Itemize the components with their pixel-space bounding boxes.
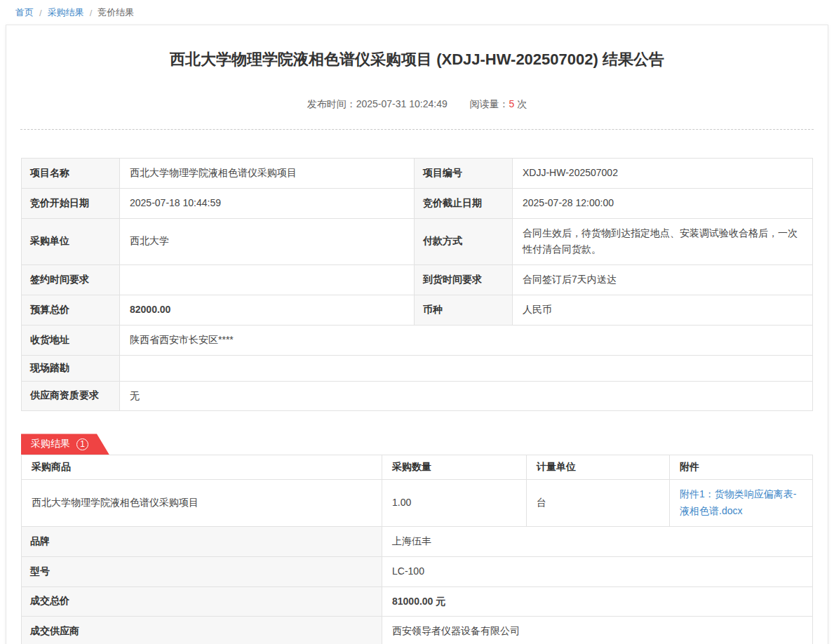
purchase-result-tab-bar: 采购结果 1 <box>21 434 813 455</box>
product-unit: 台 <box>527 480 670 527</box>
field-label: 现场踏勘 <box>22 355 120 381</box>
table-row: 型号 LC-100 <box>22 556 813 586</box>
table-row: 签约时间要求 到货时间要求 合同签订后7天内送达 <box>22 265 813 295</box>
final-price-value: 81000.00 元 <box>382 586 813 617</box>
publish-time: 发布时间：2025-07-31 10:24:49 <box>307 98 448 109</box>
field-value: 合同签订后7天内送达 <box>513 265 813 295</box>
field-value: 2025-07-18 10:44:59 <box>120 188 415 218</box>
field-label: 收货地址 <box>22 325 120 355</box>
publish-time-label: 发布时间： <box>307 98 356 109</box>
field-value: 西北大学物理学院液相色谱仪采购项目 <box>120 159 415 189</box>
brand-value: 上海伍丰 <box>382 526 813 556</box>
purchase-result-table: 采购商品 采购数量 计量单位 附件 西北大学物理学院液相色谱仪采购项目 1.00… <box>21 455 813 644</box>
header-divider <box>20 129 814 130</box>
field-value: 2025-07-28 12:00:00 <box>513 188 813 218</box>
views-unit: 次 <box>517 98 527 109</box>
views-count: 5 <box>509 98 515 109</box>
product-row: 西北大学物理学院液相色谱仪采购项目 1.00 台 附件1：货物类响应偏离表-液相… <box>22 480 813 527</box>
field-label: 项目名称 <box>22 159 120 189</box>
field-label: 币种 <box>415 295 513 325</box>
table-row: 现场踏勘 <box>22 355 813 381</box>
table-row: 预算总价 82000.00 币种 人民币 <box>22 295 813 325</box>
field-value: 合同生效后，待货物到达指定地点、安装调试验收合格后，一次性付清合同货款。 <box>513 218 813 265</box>
field-label: 签约时间要求 <box>22 265 120 295</box>
views: 阅读量：5 次 <box>470 98 527 109</box>
table-row: 采购单位 西北大学 付款方式 合同生效后，待货物到达指定地点、安装调试验收合格后… <box>22 218 813 265</box>
result-count-badge: 1 <box>76 438 88 450</box>
table-row: 成交供应商 西安领导者仪器设备有限公司 <box>22 617 813 644</box>
publish-time-value: 2025-07-31 10:24:49 <box>356 98 448 109</box>
breadcrumb: 首页 / 采购结果 / 竞价结果 <box>0 0 834 25</box>
field-value: 陕西省西安市长安区**** <box>120 325 813 355</box>
table-row: 项目名称 西北大学物理学院液相色谱仪采购项目 项目编号 XDJJ-HW-2025… <box>22 159 813 189</box>
views-label: 阅读量： <box>470 98 509 109</box>
breadcrumb-separator: / <box>90 8 93 18</box>
field-value <box>120 265 415 295</box>
breadcrumb-home[interactable]: 首页 <box>15 6 34 19</box>
product-name: 西北大学物理学院液相色谱仪采购项目 <box>22 480 382 527</box>
field-label: 付款方式 <box>415 218 513 265</box>
field-value <box>120 355 813 381</box>
field-label: 预算总价 <box>22 295 120 325</box>
table-row: 供应商资质要求 无 <box>22 381 813 411</box>
product-quantity: 1.00 <box>382 480 527 527</box>
field-label: 竞价截止日期 <box>415 188 513 218</box>
attachment-link[interactable]: 附件1：货物类响应偏离表-液相色谱.docx <box>680 488 796 516</box>
table-row: 竞价开始日期 2025-07-18 10:44:59 竞价截止日期 2025-0… <box>22 188 813 218</box>
supplier-value: 西安领导者仪器设备有限公司 <box>382 617 813 644</box>
field-value: 人民币 <box>513 295 813 325</box>
purchase-result-tab: 采购结果 1 <box>21 434 109 455</box>
field-value: XDJJ-HW-202507002 <box>513 159 813 189</box>
table-header-row: 采购商品 采购数量 计量单位 附件 <box>22 455 813 480</box>
field-label: 供应商资质要求 <box>22 381 120 411</box>
table-row: 收货地址 陕西省西安市长安区**** <box>22 325 813 355</box>
field-value: 西北大学 <box>120 218 415 265</box>
field-label: 成交供应商 <box>22 617 382 644</box>
budget-total-value: 82000.00 <box>120 295 415 325</box>
breadcrumb-purchase-results[interactable]: 采购结果 <box>48 6 84 19</box>
field-value: 无 <box>120 381 813 411</box>
field-label: 型号 <box>22 556 382 586</box>
field-label: 项目编号 <box>415 159 513 189</box>
announcement-card: 西北大学物理学院液相色谱仪采购项目 (XDJJ-HW-202507002) 结果… <box>6 25 828 644</box>
column-header: 附件 <box>670 455 813 480</box>
publish-meta: 发布时间：2025-07-31 10:24:49 阅读量：5 次 <box>20 98 814 111</box>
column-header: 采购商品 <box>22 455 382 480</box>
breadcrumb-separator: / <box>39 8 42 18</box>
column-header: 计量单位 <box>527 455 670 480</box>
project-info-table: 项目名称 西北大学物理学院液相色谱仪采购项目 项目编号 XDJJ-HW-2025… <box>21 158 813 411</box>
breadcrumb-bidding-results: 竞价结果 <box>97 6 134 19</box>
field-label: 成交总价 <box>22 586 382 617</box>
model-value: LC-100 <box>382 556 813 586</box>
field-label: 采购单位 <box>22 218 120 265</box>
table-row: 品牌 上海伍丰 <box>22 526 813 556</box>
purchase-result-tab-label: 采购结果 <box>31 438 70 450</box>
field-label: 竞价开始日期 <box>22 188 120 218</box>
table-row: 成交总价 81000.00 元 <box>22 586 813 617</box>
field-label: 品牌 <box>22 526 382 556</box>
page-title: 西北大学物理学院液相色谱仪采购项目 (XDJJ-HW-202507002) 结果… <box>20 49 814 70</box>
column-header: 采购数量 <box>382 455 527 480</box>
field-label: 到货时间要求 <box>415 265 513 295</box>
